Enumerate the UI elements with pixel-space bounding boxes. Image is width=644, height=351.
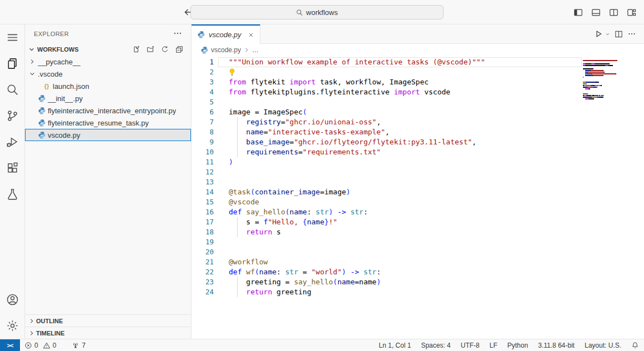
chevron-down-sm-icon[interactable] <box>604 28 611 40</box>
code-line-9[interactable]: 9 base_image="ghcr.io/flyteorg/flytekit:… <box>192 137 644 147</box>
line-number: 3 <box>192 77 214 87</box>
close-tab-icon[interactable] <box>246 31 255 39</box>
workspace-section-header[interactable]: WORKFLOWS <box>25 43 191 56</box>
status-bar: >< 0 0 7 Ln 1, Col 1Spaces: 4UTF-8LFPyth… <box>0 339 644 351</box>
activitybar-menu[interactable] <box>0 24 25 51</box>
ports-status[interactable]: 7 <box>67 339 90 351</box>
run-icon[interactable] <box>593 28 604 40</box>
line-number: 21 <box>192 257 214 267</box>
status-item-5[interactable]: 3.11.8 64-bit <box>533 339 580 351</box>
line-number: 24 <box>192 287 214 297</box>
line-text: @task(container_image=image) <box>214 187 582 197</box>
activitybar-settings[interactable] <box>0 313 25 339</box>
breadcrumb-symbol[interactable]: … <box>252 46 259 54</box>
line-text: def wf(name: str = "world") -> str: <box>214 267 582 277</box>
activitybar-search[interactable] <box>0 77 25 103</box>
code-line-8[interactable]: 8 name="interactive-tasks-example", <box>192 127 644 137</box>
status-item-2[interactable]: UTF-8 <box>456 339 485 351</box>
breadcrumb-file[interactable]: vscode.py <box>211 46 241 54</box>
tree-item-flyteinteractive-interactive-entrypoint-py[interactable]: flyteinteractive_interactive_entrypoint.… <box>25 104 191 117</box>
line-number: 23 <box>192 277 214 287</box>
line-number: 16 <box>192 207 214 217</box>
code-line-4[interactable]: 4from flytekitplugins.flyteinteractive i… <box>192 87 644 97</box>
activity-bar <box>0 24 25 339</box>
code-line-1[interactable]: 1"""Union workflow example of interactiv… <box>192 57 644 67</box>
code-line-23[interactable]: 23 greeting = say_hello(name=name) <box>192 277 644 287</box>
tree-item-flyteinteractive-resume-task-py[interactable]: flyteinteractive_resume_task.py <box>25 117 191 129</box>
code-line-3[interactable]: 3from flytekit import task, workflow, Im… <box>192 77 644 87</box>
status-item-6[interactable]: Layout: U.S. <box>580 339 626 351</box>
line-text: s = f"Hello, {name}!" <box>214 217 582 227</box>
code-line-6[interactable]: 6image = ImageSpec( <box>192 107 644 117</box>
indent-guide <box>237 127 238 137</box>
code-line-20[interactable]: 20 <box>192 247 644 257</box>
ports-count: 7 <box>82 342 85 349</box>
code-line-18[interactable]: 18 return s <box>192 227 644 237</box>
activitybar-account[interactable] <box>0 287 25 313</box>
code-editor[interactable]: 1"""Union workflow example of interactiv… <box>192 56 644 339</box>
code-line-22[interactable]: 22def wf(name: str = "world") -> str: <box>192 267 644 277</box>
split-editor-icon[interactable] <box>613 28 624 40</box>
code-line-5[interactable]: 5 <box>192 97 644 107</box>
notifications-bell-icon[interactable] <box>626 339 644 351</box>
status-item-0[interactable]: Ln 1, Col 1 <box>374 339 416 351</box>
status-item-1[interactable]: Spaces: 4 <box>416 339 455 351</box>
code-line-12[interactable]: 12 <box>192 167 644 177</box>
line-number: 6 <box>192 107 214 117</box>
file-name: vscode.py <box>48 131 80 139</box>
remote-icon: >< <box>7 342 13 349</box>
more-actions-icon[interactable] <box>173 29 182 39</box>
line-text: name="interactive-tasks-example", <box>214 127 582 137</box>
tab-vscode-py[interactable]: vscode.py <box>192 24 260 44</box>
layout-panel-icon[interactable] <box>590 6 602 18</box>
file-name: __init__.py <box>48 94 83 103</box>
layout-customize-icon[interactable] <box>625 6 637 18</box>
new-file-icon[interactable] <box>131 44 141 54</box>
code-line-10[interactable]: 10 requirements="requirements.txt" <box>192 147 644 157</box>
tree-item--pycache-[interactable]: __pycache__ <box>25 56 191 68</box>
line-number: 14 <box>192 187 214 197</box>
code-line-21[interactable]: 21@workflow <box>192 257 644 267</box>
tree-item--init-py[interactable]: __init__.py <box>25 92 191 104</box>
code-line-24[interactable]: 24 return greeting <box>192 287 644 297</box>
tree-item--vscode[interactable]: .vscode <box>25 68 191 80</box>
python-file-icon <box>37 119 47 127</box>
activitybar-source-control[interactable] <box>0 103 25 129</box>
minimap[interactable] <box>583 59 623 99</box>
collapse-all-icon[interactable] <box>174 44 184 54</box>
ellipsis-icon[interactable] <box>626 28 637 40</box>
file-name: launch.json <box>53 82 89 91</box>
code-line-2[interactable]: 2 <box>192 67 644 77</box>
line-text: base_image="ghcr.io/flyteorg/flytekit:py… <box>214 137 582 147</box>
code-line-17[interactable]: 17 s = f"Hello, {name}!" <box>192 217 644 227</box>
code-line-16[interactable]: 16def say_hello(name: str) -> str: <box>192 207 644 217</box>
tree-item-vscode-py[interactable]: vscode.py <box>25 129 191 141</box>
status-item-3[interactable]: LF <box>485 339 502 351</box>
title-bar: workflows <box>0 0 644 24</box>
refresh-icon[interactable] <box>160 44 170 54</box>
line-text <box>214 67 582 77</box>
activitybar-run-debug[interactable] <box>0 129 25 155</box>
code-line-11[interactable]: 11) <box>192 157 644 167</box>
vscode-window: workflows EXPLORER WORKFLOWS __pycache__… <box>0 0 644 351</box>
activitybar-extensions[interactable] <box>0 155 25 181</box>
tree-item-launch-json[interactable]: {}launch.json <box>25 80 191 92</box>
code-line-14[interactable]: 14@task(container_image=image) <box>192 187 644 197</box>
code-line-13[interactable]: 13 <box>192 177 644 187</box>
code-line-19[interactable]: 19 <box>192 237 644 247</box>
command-center-search[interactable]: workflows <box>190 5 444 19</box>
file-name: __pycache__ <box>38 58 80 66</box>
code-line-15[interactable]: 15@vscode <box>192 197 644 207</box>
status-item-4[interactable]: Python <box>502 339 533 351</box>
layout-split-right-icon[interactable] <box>607 6 620 18</box>
activitybar-explorer[interactable] <box>0 51 25 77</box>
code-line-7[interactable]: 7 registry="ghcr.io/unionai-oss", <box>192 117 644 127</box>
remote-indicator[interactable]: >< <box>0 339 20 351</box>
layout-sidebar-left-icon[interactable] <box>572 6 584 18</box>
activitybar-testing[interactable] <box>0 181 25 207</box>
new-folder-icon[interactable] <box>145 44 155 54</box>
line-number: 13 <box>192 177 214 187</box>
outline-section[interactable]: OUTLINE <box>25 314 191 327</box>
timeline-section[interactable]: TIMELINE <box>25 327 191 339</box>
problems-status[interactable]: 0 0 <box>20 339 61 351</box>
